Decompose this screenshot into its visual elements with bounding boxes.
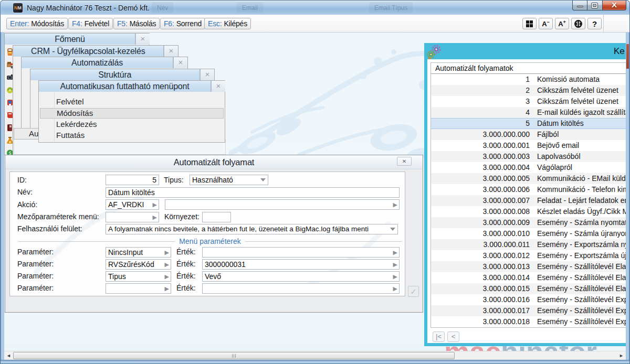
panel-title-text: Ke bbox=[614, 46, 625, 57]
cascade-close-automatizalas[interactable]: × bbox=[173, 57, 187, 68]
tipus-dropdown[interactable]: Használható bbox=[190, 175, 268, 185]
toolbar-button-kilepes[interactable]: Esc:Kilépés bbox=[204, 18, 251, 29]
table-row[interactable]: 3.000.000.001Bejövő email bbox=[431, 140, 626, 151]
table-row[interactable]: 3.000.000.003Lapolvasóból bbox=[431, 151, 626, 162]
arrow-right-icon[interactable]: ▶ bbox=[153, 213, 157, 221]
arrow-right-icon[interactable]: ▶ bbox=[393, 249, 397, 256]
row-id: 4 bbox=[431, 107, 530, 118]
table-row[interactable]: 3.000.000.004Vágólapról bbox=[431, 162, 626, 173]
parameter-field-4[interactable]: ▶ bbox=[106, 283, 171, 294]
ertek-field-3[interactable]: Vevő▶ bbox=[202, 271, 400, 282]
felhasznaloi-dropdown[interactable]: A folyamatnak nincs bevitele, a háttérbe… bbox=[106, 224, 398, 234]
table-row[interactable]: 1Komissió automata bbox=[431, 74, 626, 85]
font-decrease-button[interactable]: A− bbox=[539, 18, 553, 29]
toolbar-button-masolas[interactable]: F5:Másolás bbox=[113, 18, 160, 29]
table-row[interactable]: 3.000.000.008Készlet eladás Ügyf./Cikk M… bbox=[431, 206, 626, 217]
toolbar-separator bbox=[603, 15, 604, 32]
ertek-value: 3000000031 bbox=[205, 260, 246, 269]
menu-item-felvetel[interactable]: Felvétel bbox=[40, 97, 224, 107]
table-row[interactable]: 3.000.000.014Esemény - Szállítólevél Ela… bbox=[431, 272, 626, 283]
menu-item-lekerdezes[interactable]: Lekérdezés bbox=[40, 119, 224, 130]
arrow-right-icon[interactable]: ▶ bbox=[153, 201, 157, 209]
table-row[interactable]: 3.000.000.018Esemény - Szállítólevél Exp… bbox=[431, 316, 626, 327]
close-button[interactable]: X bbox=[602, 1, 626, 10]
table-row[interactable]: 3.000.000.013Esemény - Szállítólevél Ela… bbox=[431, 261, 626, 272]
table-row[interactable]: 3.000.000.016Esemény - Szállítólevél Exp… bbox=[431, 294, 626, 305]
table-row[interactable]: 3.000.000.015Esemény - Szállítólevél Ela… bbox=[431, 283, 626, 294]
row-name: Esemény - Szállítólevél Eladás bbox=[530, 272, 626, 283]
font-increase-button[interactable]: A+ bbox=[555, 18, 569, 29]
table-row[interactable]: 2Cikkszám felvétel üzenet bbox=[431, 85, 626, 96]
cascade-close-menupont[interactable]: × bbox=[211, 81, 225, 92]
akcio-field-2[interactable]: ▶ bbox=[165, 199, 400, 210]
arrow-right-icon[interactable]: ▶ bbox=[165, 261, 169, 269]
arrow-right-icon[interactable]: ▶ bbox=[165, 285, 169, 293]
ertek-field-4[interactable]: ▶ bbox=[202, 283, 400, 294]
akcio-field[interactable]: AF_VRDKI▶ bbox=[106, 199, 159, 210]
parameter-field-1[interactable]: NincsInput▶ bbox=[106, 247, 171, 258]
toolbar-button-felvetel[interactable]: F4:Felvétel bbox=[68, 18, 113, 29]
table-row[interactable]: 3.000.000.012Esemény - Exportszámla újra… bbox=[431, 250, 626, 261]
cascade-close-crm[interactable]: × bbox=[164, 46, 178, 57]
kornyezet-field[interactable] bbox=[202, 212, 231, 222]
process-list-panel: Ke Automatizált folyamatok 1Komissió aut… bbox=[424, 43, 626, 346]
cascade-window-menupont: Automatikusan futtatható menüpont × Felv… bbox=[38, 80, 225, 143]
separator-label: Menü paraméterek bbox=[175, 237, 245, 245]
arrow-right-icon[interactable]: ▶ bbox=[393, 261, 397, 269]
arrow-right-icon[interactable]: ▶ bbox=[165, 249, 169, 256]
fragment-text: Au bbox=[29, 129, 38, 139]
row-id: 5 bbox=[431, 118, 530, 129]
pan-navigate-button[interactable] bbox=[571, 18, 585, 29]
parameter-field-3[interactable]: Tipus▶ bbox=[106, 271, 171, 282]
parameter-field-2[interactable]: RVSzűrésKód▶ bbox=[106, 259, 171, 270]
row-id: 3.000.000.005 bbox=[431, 173, 530, 184]
mezo-field[interactable]: ▶ bbox=[106, 212, 159, 222]
scroll-left-arrow-icon[interactable]: ◄ bbox=[4, 351, 13, 360]
table-row[interactable]: 4E-mail küldés igazolt szállítás bbox=[431, 107, 626, 118]
scrollbar-thumb[interactable] bbox=[13, 352, 455, 359]
toolbar-button-modositas[interactable]: Enter:Módosítás bbox=[6, 18, 68, 29]
cascade-close-fomenu[interactable]: × bbox=[135, 34, 150, 45]
cascade-close-struktura[interactable]: × bbox=[200, 69, 214, 80]
dialog-close-button[interactable]: ✕ bbox=[397, 157, 412, 166]
menu-item-modositas[interactable]: Módosítás bbox=[40, 108, 224, 119]
help-button[interactable]: ? bbox=[587, 18, 602, 29]
horizontal-scrollbar[interactable]: ◄ ► bbox=[4, 351, 626, 360]
table-row[interactable]: 3.000.000.006Kommunikáció - Telefon kime… bbox=[431, 184, 626, 195]
arrow-right-icon[interactable]: ▶ bbox=[393, 201, 397, 209]
arrow-right-icon[interactable]: ▶ bbox=[165, 273, 169, 281]
table-row[interactable]: 3.000.000.005Kommunikáció - EMail küldés bbox=[431, 173, 626, 184]
nev-field[interactable]: Dátum kitöltés bbox=[106, 187, 400, 198]
tile-windows-button[interactable] bbox=[522, 18, 537, 29]
id-field[interactable]: 5 bbox=[106, 175, 159, 185]
ertek-field-2[interactable]: 3000000031▶ bbox=[202, 259, 400, 270]
toolbar-button-sorrend[interactable]: F6:Sorrend bbox=[160, 18, 205, 29]
scrollbar-grip-icon bbox=[232, 354, 236, 358]
menu-item-futtatas[interactable]: Futtatás bbox=[40, 130, 224, 141]
minimize-button[interactable] bbox=[572, 1, 587, 10]
previous-page-button[interactable]: < bbox=[447, 331, 459, 342]
akcio-label: Akció: bbox=[17, 200, 37, 209]
table-row[interactable]: 3Cikkszám felvétel üzenet bbox=[431, 96, 626, 107]
chevron-down-icon bbox=[260, 178, 266, 181]
ertek-field-1[interactable]: ▶ bbox=[202, 247, 400, 258]
window-border-bottom bbox=[0, 360, 630, 364]
table-row[interactable]: 3.000.000.011Esemény - Exportszámla nyom… bbox=[431, 239, 626, 250]
ertek-value: Vevő bbox=[205, 272, 221, 281]
row-name: Cikkszám felvétel üzenet bbox=[530, 85, 618, 96]
table-row[interactable]: 3.000.000.017Esemény - Szállítólevél Exp… bbox=[431, 305, 626, 316]
scroll-right-arrow-icon[interactable]: ► bbox=[617, 351, 626, 360]
row-id: 3 bbox=[431, 96, 530, 107]
arrow-right-icon[interactable]: ▶ bbox=[393, 285, 397, 293]
table-row[interactable]: 3.000.000.007Feladat - Lejárt feladatok … bbox=[431, 195, 626, 206]
arrow-right-icon[interactable]: ▶ bbox=[393, 273, 397, 281]
confirm-check-button[interactable]: ✓ bbox=[408, 286, 419, 297]
row-name: Esemény - Szállítólevél Eladás bbox=[530, 283, 626, 294]
row-id: 3.000.000.011 bbox=[431, 239, 530, 250]
table-row[interactable]: 3.000.000.010Esemény - Számla újranyomta… bbox=[431, 228, 626, 239]
table-row-selected[interactable]: 5Dátum kitöltés bbox=[431, 118, 626, 129]
table-row[interactable]: 3.000.000.009Esemény - Számla nyomtatás bbox=[431, 217, 626, 228]
font-increase-icon: A+ bbox=[558, 20, 566, 27]
first-page-button[interactable]: |< bbox=[433, 331, 445, 342]
table-row[interactable]: 3.000.000.000Fájlból bbox=[431, 129, 626, 140]
